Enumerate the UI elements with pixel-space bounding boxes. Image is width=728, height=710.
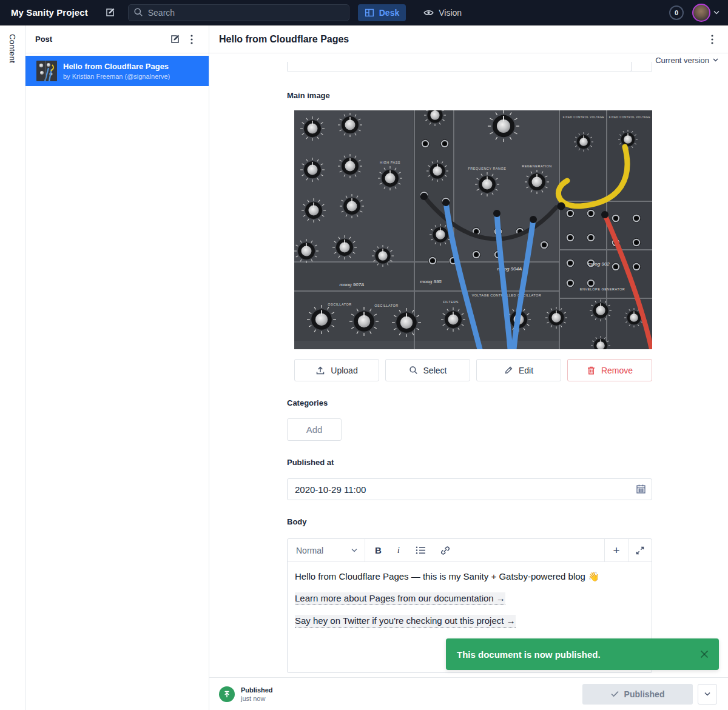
upload-icon [315, 366, 325, 375]
bullet-list-button[interactable] [416, 546, 426, 555]
new-document-button[interactable] [103, 5, 118, 21]
photo-label: HIGH PASS [380, 161, 400, 164]
version-selector[interactable]: Current version [655, 52, 718, 68]
status-badge[interactable]: 0 [669, 5, 684, 20]
panel-title: Post [34, 35, 166, 44]
photo-label: FREQUENCY RANGE [468, 167, 506, 170]
toast-notification: This document is now published. [446, 638, 719, 670]
slug-input[interactable] [287, 62, 632, 72]
photo-label: ENVELOPE GENERATOR [580, 287, 625, 291]
plus-icon: + [613, 544, 619, 557]
tab-desk[interactable]: Desk [358, 4, 406, 21]
add-category-button[interactable]: Add [287, 418, 342, 441]
photo-label: moog 902 [588, 261, 610, 267]
document-footer: Published just now Published [209, 677, 728, 710]
post-item-title: Hello from Cloudflare Pages [63, 62, 170, 71]
photo-label: FIXED CONTROL VOLTAGE [609, 116, 651, 119]
document-title: Hello from Cloudflare Pages [219, 34, 705, 45]
chevron-down-icon [713, 58, 718, 62]
expand-icon [636, 546, 644, 555]
desk-icon [365, 8, 374, 18]
compose-icon [170, 34, 180, 44]
upload-label: Upload [331, 366, 357, 375]
publish-status-icon [219, 686, 235, 702]
select-label: Select [423, 366, 447, 375]
compose-icon [105, 7, 115, 18]
main-image-label: Main image [287, 91, 330, 100]
photo-label: FILTERS [443, 300, 459, 304]
chevron-down-icon [351, 548, 357, 552]
text-style-value: Normal [296, 546, 323, 555]
badge-count: 0 [675, 9, 678, 16]
body-editor-content[interactable]: Hello from Cloudflare Pages — this is my… [288, 562, 652, 646]
published-at-field [287, 478, 652, 500]
photo-label: OSCILLATOR [374, 304, 398, 307]
tab-vision[interactable]: Vision [417, 4, 468, 21]
slug-field-partial [287, 62, 652, 72]
post-thumbnail [36, 61, 57, 81]
avatar[interactable] [692, 4, 710, 22]
edit-label: Edit [519, 366, 533, 375]
sidebar-item-content[interactable]: Content [8, 34, 17, 63]
pencil-icon [504, 366, 513, 375]
search-input[interactable] [128, 4, 349, 21]
italic-button[interactable]: i [396, 545, 401, 555]
close-icon[interactable] [699, 649, 709, 659]
project-title: My Sanity Project [11, 7, 88, 18]
content-rail: Content [0, 25, 25, 710]
remove-button[interactable]: Remove [567, 359, 652, 381]
photo-label: OSCILLATOR [328, 303, 351, 306]
create-post-button[interactable] [166, 31, 183, 48]
main-image-photo[interactable]: HIGH PASS FREQUENCY RANGE REGENERATION F… [294, 110, 652, 349]
tab-desk-label: Desk [379, 8, 399, 18]
remove-label: Remove [601, 366, 633, 375]
publish-menu-button[interactable] [698, 684, 717, 705]
global-search [128, 4, 349, 21]
version-label: Current version [655, 56, 709, 65]
body-link[interactable]: Say hey on Twitter if you're checking ou… [295, 615, 516, 628]
bold-button[interactable]: B [375, 545, 382, 555]
edit-button[interactable]: Edit [476, 359, 561, 381]
fullscreen-button[interactable] [628, 539, 652, 561]
link-button[interactable] [440, 546, 450, 555]
publish-status-time: just now [241, 695, 273, 702]
publish-status-title: Published [241, 686, 273, 694]
chevron-down-icon [704, 692, 710, 696]
eye-icon [423, 8, 434, 17]
search-icon [409, 366, 418, 375]
kebab-icon [711, 35, 713, 44]
photo-label: REGENERATION [522, 164, 552, 168]
panel-menu-button[interactable] [183, 31, 200, 48]
calendar-icon[interactable] [636, 484, 646, 494]
body-paragraph[interactable]: Hello from Cloudflare Pages — this is my… [295, 571, 644, 583]
slug-generate-button[interactable] [631, 62, 652, 72]
check-icon [611, 691, 619, 697]
publish-button-label: Published [624, 689, 665, 699]
categories-label: Categories [287, 398, 328, 407]
chevron-down-icon[interactable] [713, 10, 720, 15]
select-button[interactable]: Select [385, 359, 470, 381]
text-style-select[interactable]: Normal [288, 539, 365, 561]
document-header: Hello from Cloudflare Pages [209, 25, 728, 53]
published-at-input[interactable] [287, 478, 652, 500]
image-actions: Upload Select Edit Remove [294, 359, 652, 381]
tab-vision-label: Vision [439, 8, 462, 18]
photo-label: moog 995 [420, 279, 442, 284]
top-navbar: My Sanity Project Desk Vision 0 [0, 0, 728, 25]
document-menu-button[interactable] [705, 32, 720, 47]
publish-button[interactable]: Published [582, 684, 693, 705]
list-item[interactable]: Hello from Cloudflare Pages by Kristian … [25, 56, 209, 86]
trash-icon [587, 366, 596, 375]
search-icon [133, 7, 143, 17]
photo-label: moog 907A [340, 282, 365, 287]
body-label: Body [287, 517, 307, 526]
published-at-label: Published at [287, 458, 334, 467]
kebab-icon [190, 35, 193, 44]
post-panel-header: Post [25, 25, 209, 53]
upload-button[interactable]: Upload [294, 359, 379, 381]
photo-label: FIXED CONTROL VOLTAGE [563, 116, 605, 119]
toast-message: This document is now published. [457, 649, 699, 660]
insert-block-button[interactable]: + [604, 539, 628, 561]
post-list-panel: Post Hello from Cloudflare Pages by Kris… [25, 25, 209, 710]
body-link[interactable]: Learn more about Pages from our document… [295, 592, 505, 605]
